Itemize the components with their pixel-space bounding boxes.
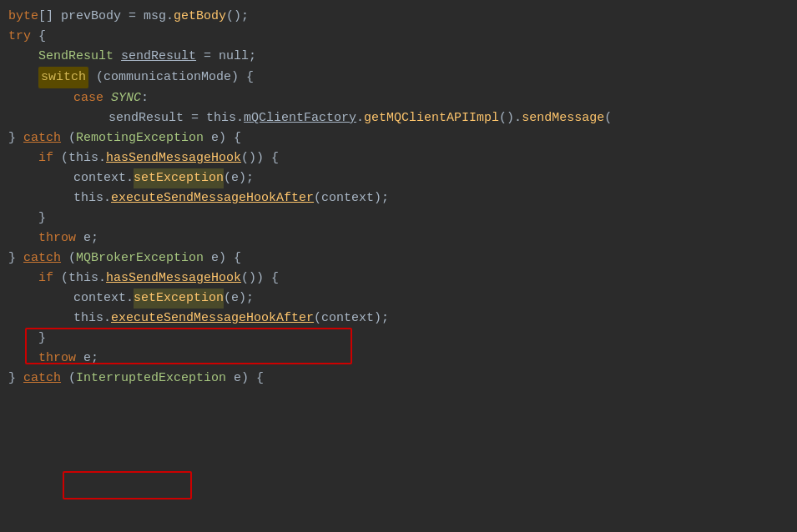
code-line: SendResult sendResult = null;	[0, 47, 797, 67]
method-hassendmessagehook1: hasSendMessageHook	[106, 148, 241, 168]
code-line: } catch (RemotingException e) {	[0, 128, 797, 148]
code-line: case SYNC:	[0, 88, 797, 108]
method-setexception1: setException	[134, 168, 224, 188]
code-line: sendResult = this.mQClientFactory.getMQC…	[0, 108, 797, 128]
method-executesend1: executeSendMessageHookAfter	[111, 188, 314, 208]
code-line: try {	[0, 27, 797, 47]
kw-byte: byte	[8, 7, 38, 27]
kw-throw2: throw	[38, 349, 76, 369]
kw-switch: switch	[38, 67, 88, 88]
method-setexception2: setException	[134, 289, 224, 309]
method-executesend2: executeSendMessageHookAfter	[111, 309, 314, 329]
type-mqbrokerexception: MQBrokerException	[76, 248, 204, 269]
var-mqclientfactory: mQClientFactory	[244, 108, 356, 128]
method-getmqclientapiimpl: getMQClientAPIImpl	[364, 108, 499, 128]
code-line: switch (communicationMode) {	[0, 67, 797, 88]
val-sync: SYNC	[111, 88, 141, 108]
type-remotingexception: RemotingException	[76, 128, 204, 148]
code-line-throw-highlighted: throw e;	[0, 349, 797, 369]
code-line: context.setException(e);	[0, 168, 797, 188]
kw-catch-interrupted: catch	[23, 369, 61, 389]
kw-case: case	[73, 88, 103, 108]
method-getBody: getBody	[174, 7, 226, 27]
code-line: byte[] prevBody = msg.getBody();	[0, 7, 797, 27]
code-line: this.executeSendMessageHookAfter(context…	[0, 309, 797, 329]
code-line: } catch (InterruptedException e) {	[0, 369, 797, 389]
code-editor: byte[] prevBody = msg.getBody(); try { S…	[0, 0, 797, 532]
kw-if1: if	[38, 148, 53, 168]
method-sendmessage: sendMessage	[522, 108, 604, 128]
code-line: if (this.hasSendMessageHook()) {	[0, 148, 797, 168]
code-line: context.setException(e);	[0, 289, 797, 309]
type-interruptedexception: InterruptedException	[76, 369, 226, 389]
code-line-catch-mqbroker: } catch (MQBrokerException e) {	[0, 248, 797, 269]
kw-catch-remoting: catch	[23, 128, 61, 148]
code-line: this.executeSendMessageHookAfter(context…	[0, 188, 797, 208]
code-line: throw e;	[0, 228, 797, 248]
code-line: }	[0, 329, 797, 349]
kw-throw1: throw	[38, 228, 76, 248]
type-sendresult: SendResult	[38, 47, 113, 67]
kw-catch-mqbroker: catch	[23, 248, 61, 269]
kw-try: try	[8, 27, 31, 47]
code-line: if (this.hasSendMessageHook()) {	[0, 269, 797, 289]
highlight-throw	[63, 471, 192, 499]
code-line: }	[0, 208, 797, 228]
method-hassendmessagehook2: hasSendMessageHook	[106, 269, 241, 289]
var-sendresult: sendResult	[121, 47, 196, 67]
kw-if2: if	[38, 269, 53, 289]
